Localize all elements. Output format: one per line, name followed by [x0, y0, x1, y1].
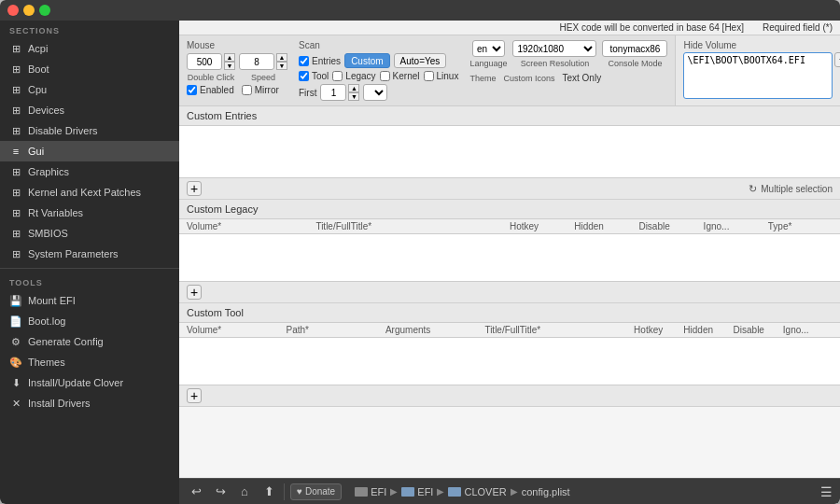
home-icon[interactable]: ⌂ [235, 483, 254, 501]
required-field-info: Required field (*) [763, 22, 833, 33]
custom-entries-header: Custom Entries [179, 106, 840, 126]
entries-checkbox-label[interactable]: Entries [299, 56, 341, 66]
sidebar-item-devices[interactable]: ⊞ Devices [0, 100, 179, 120]
col-igno: Igno... [783, 325, 833, 335]
share-icon[interactable]: ⬆ [259, 483, 278, 501]
grid-icon: ⊞ [9, 165, 22, 178]
forward-icon[interactable]: ↪ [211, 483, 230, 501]
grid-icon: ⊞ [9, 124, 22, 137]
breadcrumb: EFI ▶ EFI ▶ CLOVER ▶ config.plist [347, 486, 815, 497]
first-down[interactable]: ▼ [348, 92, 359, 101]
sidebar-item-rt-variables[interactable]: ⊞ Rt Variables [0, 203, 179, 223]
double-click-input[interactable] [187, 53, 222, 70]
maximize-button[interactable] [39, 5, 50, 16]
double-click-down[interactable]: ▼ [224, 62, 235, 70]
sidebar-item-label: Kernel and Kext Patches [28, 187, 141, 198]
first-select[interactable] [363, 84, 387, 101]
sections-label: SECTIONS [0, 21, 179, 38]
grid-icon: ⊞ [9, 104, 22, 117]
col-hotkey: Hotkey [634, 325, 683, 335]
speed-up[interactable]: ▲ [276, 53, 287, 62]
linux-checkbox-label[interactable]: Linux [424, 71, 459, 81]
legacy-checkbox-label[interactable]: Legacy [332, 71, 375, 81]
config-icon: ⚙ [9, 335, 22, 348]
refresh-icon: ↻ [749, 183, 757, 195]
folder-icon-1 [448, 487, 461, 497]
custom-tool-add-btn[interactable]: + [187, 388, 202, 403]
first-up[interactable]: ▲ [348, 84, 359, 92]
custom-legacy-add-row: + [179, 281, 840, 302]
multiple-selection-btn[interactable]: ↻ Multiple selection [749, 183, 833, 195]
sidebar-item-install-drivers[interactable]: ✕ Install Drivers [0, 393, 179, 413]
mirror-checkbox[interactable] [242, 85, 252, 95]
sidebar-item-label: Disable Drivers [28, 125, 98, 136]
sidebar-item-boot[interactable]: ⊞ Boot [0, 59, 179, 79]
sidebar-item-gui[interactable]: ≡ Gui [0, 141, 179, 161]
resolution-select[interactable]: 1920x1080 [512, 40, 596, 57]
tool-checkbox-label[interactable]: Tool [299, 71, 329, 81]
tool-checkbox[interactable] [299, 71, 309, 81]
main-window: SECTIONS ⊞ Acpi ⊞ Boot ⊞ Cpu ⊞ Devices ⊞… [0, 0, 840, 504]
double-click-up[interactable]: ▲ [224, 53, 235, 62]
col-hidden: Hidden [683, 325, 733, 335]
grid-icon: ⊞ [9, 63, 22, 76]
linux-checkbox[interactable] [424, 71, 434, 81]
minimize-button[interactable] [23, 5, 35, 16]
mirror-checkbox-label[interactable]: Mirror [242, 85, 279, 95]
sidebar-item-smbios[interactable]: ⊞ SMBIOS [0, 223, 179, 244]
sidebar-item-graphics[interactable]: ⊞ Graphics [0, 161, 179, 182]
kernel-checkbox-label[interactable]: Kernel [380, 71, 420, 81]
auto-yes-btn[interactable]: Auto=Yes [394, 53, 447, 68]
breadcrumb-item-3[interactable]: config.plist [522, 486, 570, 497]
col-volume: Volume* [187, 221, 315, 231]
kernel-checkbox[interactable] [380, 71, 390, 81]
custom-entries-add-btn[interactable]: + [187, 181, 202, 196]
sidebar-item-kernel-kext[interactable]: ⊞ Kernel and Kext Patches [0, 182, 179, 203]
sidebar-item-themes[interactable]: 🎨 Themes [0, 352, 179, 372]
breadcrumb-item-0[interactable]: EFI [355, 486, 386, 497]
enabled-checkbox-label[interactable]: Enabled [187, 85, 234, 95]
custom-entries-body [179, 126, 840, 177]
entries-checkbox[interactable] [299, 56, 309, 66]
legacy-checkbox[interactable] [332, 71, 343, 81]
breadcrumb-label-0: EFI [371, 486, 386, 497]
first-group: ▲ ▼ [320, 84, 359, 101]
download-icon: ⬇ [9, 376, 22, 389]
bottom-bar: ↩ ↪ ⌂ ⬆ ♥ Donate EFI ▶ EFI [179, 478, 840, 504]
first-input[interactable] [320, 84, 346, 101]
sidebar-item-system-parameters[interactable]: ⊞ System Parameters [0, 244, 179, 264]
resolution-group: 1920x1080 Screen Resolution [512, 40, 596, 68]
scan-section: Scan Entries Custom Auto=Yes [299, 40, 458, 101]
sidebar-item-generate-config[interactable]: ⚙ Generate Config [0, 331, 179, 352]
language-select[interactable]: en [472, 40, 505, 57]
hide-volume-input[interactable] [683, 52, 833, 99]
double-click-label: Double Click [187, 73, 235, 82]
sidebar-item-boot-log[interactable]: 📄 Boot.log [0, 311, 179, 331]
console-mode-input[interactable] [602, 40, 667, 57]
hide-volume-add-btn[interactable]: + [834, 52, 840, 67]
sidebar-item-mount-efi[interactable]: 💾 Mount EFI [0, 290, 179, 311]
mirror-label: Mirror [255, 85, 279, 95]
sidebar-item-label: Cpu [28, 84, 47, 95]
sidebar-item-acpi[interactable]: ⊞ Acpi [0, 38, 179, 59]
sidebar-item-install-update-clover[interactable]: ⬇ Install/Update Clover [0, 372, 179, 393]
custom-legacy-add-btn[interactable]: + [187, 285, 202, 300]
top-info-bar: HEX code will be converted in base 64 [H… [179, 21, 840, 35]
back-icon[interactable]: ↩ [187, 483, 205, 501]
custom-tool-add-row: + [179, 385, 840, 406]
sidebar-item-disable-drivers[interactable]: ⊞ Disable Drivers [0, 120, 179, 141]
sidebar-item-cpu[interactable]: ⊞ Cpu [0, 79, 179, 100]
sidebar-item-label: Devices [28, 105, 64, 116]
col-arguments: Arguments [385, 325, 484, 335]
close-button[interactable] [7, 5, 19, 16]
speed-input[interactable] [239, 53, 274, 70]
speed-down[interactable]: ▼ [276, 62, 287, 70]
breadcrumb-item-2[interactable]: CLOVER [448, 486, 506, 497]
hamburger-btn[interactable]: ☰ [820, 484, 833, 499]
custom-icons-label: Custom Icons [503, 74, 554, 83]
enabled-checkbox[interactable] [187, 85, 197, 95]
custom-btn[interactable]: Custom [344, 53, 389, 68]
grid-icon: ⊞ [9, 247, 22, 260]
breadcrumb-item-1[interactable]: EFI [401, 486, 433, 497]
donate-button[interactable]: ♥ Donate [290, 483, 342, 500]
